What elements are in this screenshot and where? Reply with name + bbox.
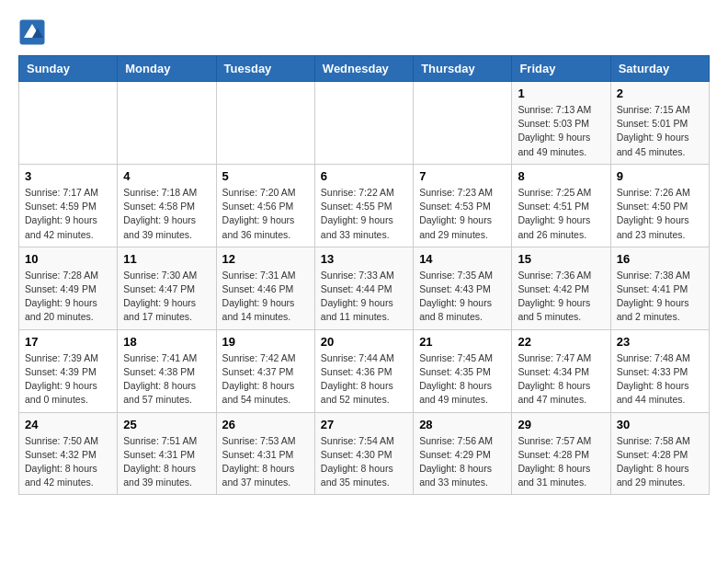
calendar-cell: 28Sunrise: 7:56 AM Sunset: 4:29 PM Dayli… — [414, 412, 512, 495]
calendar-cell: 29Sunrise: 7:57 AM Sunset: 4:28 PM Dayli… — [512, 412, 610, 495]
calendar-cell: 17Sunrise: 7:39 AM Sunset: 4:39 PM Dayli… — [19, 329, 118, 412]
day-number: 13 — [321, 252, 407, 266]
day-info: Sunrise: 7:30 AM Sunset: 4:47 PM Dayligh… — [123, 269, 210, 325]
day-info: Sunrise: 7:57 AM Sunset: 4:28 PM Dayligh… — [518, 434, 604, 490]
day-info: Sunrise: 7:44 AM Sunset: 4:36 PM Dayligh… — [321, 351, 407, 408]
calendar-cell: 10Sunrise: 7:28 AM Sunset: 4:49 PM Dayli… — [19, 247, 118, 329]
day-info: Sunrise: 7:17 AM Sunset: 4:59 PM Dayligh… — [25, 186, 111, 242]
calendar-cell: 18Sunrise: 7:41 AM Sunset: 4:38 PM Dayli… — [118, 329, 216, 412]
day-number: 9 — [617, 169, 703, 183]
day-number: 7 — [419, 169, 506, 183]
day-number: 11 — [123, 252, 210, 266]
day-info: Sunrise: 7:13 AM Sunset: 5:03 PM Dayligh… — [518, 103, 604, 159]
day-number: 10 — [25, 252, 111, 266]
day-number: 30 — [617, 418, 703, 431]
day-number: 29 — [518, 418, 604, 431]
day-number: 27 — [321, 418, 407, 431]
day-info: Sunrise: 7:23 AM Sunset: 4:53 PM Dayligh… — [419, 186, 506, 242]
day-number: 12 — [222, 252, 309, 266]
calendar-cell — [216, 82, 314, 165]
calendar-cell — [314, 82, 413, 165]
day-info: Sunrise: 7:35 AM Sunset: 4:43 PM Dayligh… — [419, 269, 506, 325]
weekday-header: Friday — [512, 56, 610, 82]
calendar-cell: 12Sunrise: 7:31 AM Sunset: 4:46 PM Dayli… — [216, 247, 314, 329]
day-number: 3 — [25, 169, 111, 183]
calendar-cell: 25Sunrise: 7:51 AM Sunset: 4:31 PM Dayli… — [118, 412, 216, 495]
day-info: Sunrise: 7:18 AM Sunset: 4:58 PM Dayligh… — [123, 186, 210, 242]
day-number: 15 — [518, 252, 604, 266]
calendar-cell: 22Sunrise: 7:47 AM Sunset: 4:34 PM Dayli… — [512, 329, 610, 412]
calendar-cell: 16Sunrise: 7:38 AM Sunset: 4:41 PM Dayli… — [610, 247, 709, 329]
day-number: 17 — [25, 335, 111, 349]
calendar-cell — [118, 82, 216, 165]
calendar-cell: 6Sunrise: 7:22 AM Sunset: 4:55 PM Daylig… — [314, 164, 413, 247]
calendar-cell: 26Sunrise: 7:53 AM Sunset: 4:31 PM Dayli… — [216, 412, 314, 495]
calendar-cell: 24Sunrise: 7:50 AM Sunset: 4:32 PM Dayli… — [19, 412, 118, 495]
day-number: 14 — [419, 252, 506, 266]
calendar-cell: 30Sunrise: 7:58 AM Sunset: 4:28 PM Dayli… — [610, 412, 709, 495]
weekday-header: Sunday — [19, 56, 118, 82]
day-number: 28 — [419, 418, 506, 431]
day-info: Sunrise: 7:25 AM Sunset: 4:51 PM Dayligh… — [518, 186, 604, 242]
weekday-header: Monday — [118, 56, 216, 82]
calendar-cell: 4Sunrise: 7:18 AM Sunset: 4:58 PM Daylig… — [118, 164, 216, 247]
day-number: 24 — [25, 418, 111, 431]
calendar-cell: 9Sunrise: 7:26 AM Sunset: 4:50 PM Daylig… — [610, 164, 709, 247]
day-number: 8 — [518, 169, 604, 183]
weekday-header-row: SundayMondayTuesdayWednesdayThursdayFrid… — [19, 56, 710, 82]
logo-icon — [18, 18, 46, 46]
day-number: 4 — [123, 169, 210, 183]
day-number: 20 — [321, 335, 407, 349]
day-number: 5 — [222, 169, 309, 183]
day-number: 2 — [617, 86, 703, 100]
calendar-cell: 19Sunrise: 7:42 AM Sunset: 4:37 PM Dayli… — [216, 329, 314, 412]
calendar-cell: 5Sunrise: 7:20 AM Sunset: 4:56 PM Daylig… — [216, 164, 314, 247]
calendar-cell: 3Sunrise: 7:17 AM Sunset: 4:59 PM Daylig… — [19, 164, 118, 247]
day-number: 22 — [518, 335, 604, 349]
calendar-cell — [19, 82, 118, 165]
day-info: Sunrise: 7:28 AM Sunset: 4:49 PM Dayligh… — [25, 269, 111, 325]
calendar-cell: 11Sunrise: 7:30 AM Sunset: 4:47 PM Dayli… — [118, 247, 216, 329]
day-info: Sunrise: 7:53 AM Sunset: 4:31 PM Dayligh… — [222, 434, 309, 490]
day-info: Sunrise: 7:42 AM Sunset: 4:37 PM Dayligh… — [222, 351, 309, 408]
day-number: 16 — [617, 252, 703, 266]
day-number: 1 — [518, 86, 604, 100]
calendar-cell: 13Sunrise: 7:33 AM Sunset: 4:44 PM Dayli… — [314, 247, 413, 329]
calendar-cell: 27Sunrise: 7:54 AM Sunset: 4:30 PM Dayli… — [314, 412, 413, 495]
calendar-cell: 8Sunrise: 7:25 AM Sunset: 4:51 PM Daylig… — [512, 164, 610, 247]
day-info: Sunrise: 7:58 AM Sunset: 4:28 PM Dayligh… — [617, 434, 703, 490]
calendar-cell: 7Sunrise: 7:23 AM Sunset: 4:53 PM Daylig… — [414, 164, 512, 247]
day-info: Sunrise: 7:22 AM Sunset: 4:55 PM Dayligh… — [321, 186, 407, 242]
calendar-cell: 14Sunrise: 7:35 AM Sunset: 4:43 PM Dayli… — [414, 247, 512, 329]
weekday-header: Wednesday — [314, 56, 413, 82]
day-info: Sunrise: 7:20 AM Sunset: 4:56 PM Dayligh… — [222, 186, 309, 242]
day-info: Sunrise: 7:48 AM Sunset: 4:33 PM Dayligh… — [617, 351, 703, 408]
day-info: Sunrise: 7:45 AM Sunset: 4:35 PM Dayligh… — [419, 351, 506, 408]
calendar-cell: 2Sunrise: 7:15 AM Sunset: 5:01 PM Daylig… — [610, 82, 709, 165]
logo — [18, 18, 50, 46]
calendar-week-row: 3Sunrise: 7:17 AM Sunset: 4:59 PM Daylig… — [19, 164, 710, 247]
weekday-header: Tuesday — [216, 56, 314, 82]
day-info: Sunrise: 7:47 AM Sunset: 4:34 PM Dayligh… — [518, 351, 604, 408]
calendar-cell — [414, 82, 512, 165]
day-info: Sunrise: 7:54 AM Sunset: 4:30 PM Dayligh… — [321, 434, 407, 490]
day-info: Sunrise: 7:26 AM Sunset: 4:50 PM Dayligh… — [617, 186, 703, 242]
day-number: 23 — [617, 335, 703, 349]
day-info: Sunrise: 7:51 AM Sunset: 4:31 PM Dayligh… — [123, 434, 210, 490]
calendar-cell: 21Sunrise: 7:45 AM Sunset: 4:35 PM Dayli… — [414, 329, 512, 412]
day-number: 21 — [419, 335, 506, 349]
day-number: 19 — [222, 335, 309, 349]
day-info: Sunrise: 7:39 AM Sunset: 4:39 PM Dayligh… — [25, 351, 111, 408]
calendar-week-row: 10Sunrise: 7:28 AM Sunset: 4:49 PM Dayli… — [19, 247, 710, 329]
day-info: Sunrise: 7:15 AM Sunset: 5:01 PM Dayligh… — [617, 103, 703, 159]
calendar-cell: 15Sunrise: 7:36 AM Sunset: 4:42 PM Dayli… — [512, 247, 610, 329]
calendar-week-row: 1Sunrise: 7:13 AM Sunset: 5:03 PM Daylig… — [19, 82, 710, 165]
day-number: 6 — [321, 169, 407, 183]
day-info: Sunrise: 7:38 AM Sunset: 4:41 PM Dayligh… — [617, 269, 703, 325]
page-header — [18, 18, 710, 46]
day-number: 25 — [123, 418, 210, 431]
day-info: Sunrise: 7:56 AM Sunset: 4:29 PM Dayligh… — [419, 434, 506, 490]
calendar-cell: 23Sunrise: 7:48 AM Sunset: 4:33 PM Dayli… — [610, 329, 709, 412]
calendar-cell: 1Sunrise: 7:13 AM Sunset: 5:03 PM Daylig… — [512, 82, 610, 165]
day-info: Sunrise: 7:31 AM Sunset: 4:46 PM Dayligh… — [222, 269, 309, 325]
